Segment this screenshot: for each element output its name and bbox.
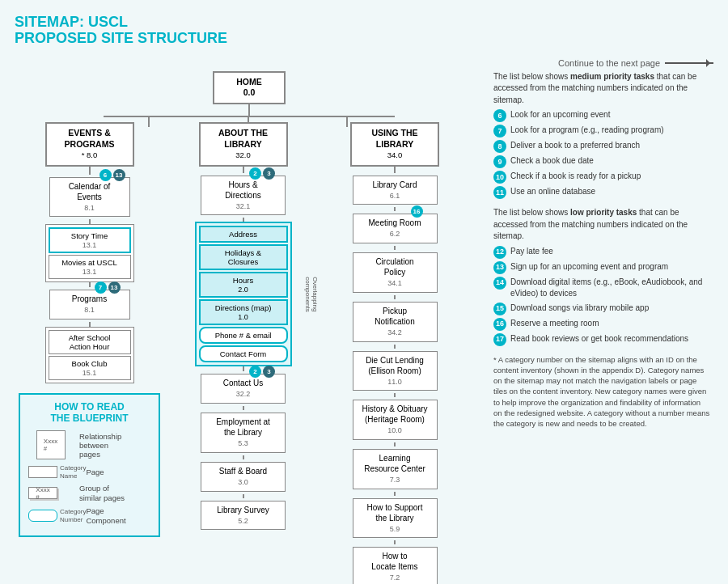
- title-line1: SITEMAP: USCL: [15, 15, 713, 31]
- col-using-library: USING THELIBRARY34.0 Library Card6.1 Mee…: [322, 122, 468, 584]
- programs-box: Programs8.1: [49, 290, 130, 320]
- col-about-library: ABOUT THELIBRARY32.0 Hours &Directions32…: [164, 122, 322, 532]
- library-survey-box: Library Survey5.2: [201, 501, 286, 531]
- hours-directions-box: Hours &Directions32.1: [201, 176, 286, 216]
- movies-uscl-box: Movies at USCL13.1: [49, 255, 131, 279]
- low-priority-intro: The list below shows low priority tasks …: [493, 207, 710, 243]
- col-events-programs: EVENTS &PROGRAMS* 8.0 Calendar ofEvents8…: [15, 122, 164, 537]
- medium-priority-intro: The list below shows medium priority tas…: [493, 71, 710, 107]
- home-box: HOME 0.0: [213, 71, 286, 104]
- low-priority-section: The list below shows low priority tasks …: [493, 207, 710, 346]
- story-movies-group: Story Time13.1 Movies at USCL13.1: [45, 224, 134, 282]
- die-cut-lending-box: Die Cut Lending(Ellison Room)11.0: [353, 351, 438, 391]
- address-box: Address: [199, 226, 288, 243]
- library-card-box: Library Card6.1: [353, 176, 438, 205]
- phone-email-box: Phone # & email: [199, 327, 288, 344]
- story-time-box: Story Time13.1: [49, 227, 131, 253]
- book-club-box: Book Club15.1: [49, 356, 131, 380]
- how-to-support-box: How to Supportthe Library5.9: [353, 498, 438, 539]
- overlapping-group: Address Holidays &Closures Hours2.0 Dire…: [195, 222, 292, 366]
- overlapping-label: Overlappingcomponents: [304, 277, 319, 312]
- legend-title: HOW TO READTHE BLUEPRINT: [28, 401, 150, 424]
- info-panel: The list below shows medium priority tas…: [490, 71, 713, 430]
- hours-box: Hours2.0: [199, 272, 288, 298]
- title-line2: PROPOSED SITE STRUCTURE: [15, 31, 713, 47]
- medium-priority-list: 6Look for an upcoming event 7Look for a …: [493, 109, 710, 199]
- holidays-closures-box: Holidays &Closures: [199, 244, 288, 270]
- after-school-box: After SchoolAction Hour: [49, 330, 131, 354]
- sitemap-area: HOME 0.0 EVENTS &PROGRAMS* 8.0: [15, 71, 484, 584]
- history-obituary-box: History & Obituary(Heritage Room)10.0: [353, 400, 438, 440]
- learning-resource-box: LearningResource Center7.3: [353, 449, 438, 489]
- using-library-header: USING THELIBRARY34.0: [350, 122, 439, 167]
- footnote: * A category number on the sitemap align…: [493, 354, 710, 430]
- pickup-notification-box: PickupNotification34.2: [353, 302, 438, 342]
- arrow-icon: [665, 62, 713, 64]
- directions-map-box: Directions (map)1.0: [199, 299, 288, 325]
- medium-priority-section: The list below shows medium priority tas…: [493, 71, 710, 200]
- calendar-events-box: Calendar ofEvents8.1: [49, 177, 130, 218]
- employment-box: Employment atthe Library5.3: [201, 413, 286, 453]
- circulation-policy-box: CirculationPolicy34.1: [353, 252, 438, 293]
- how-to-locate-box: How toLocate Items7.2: [353, 547, 438, 584]
- contact-form-box: Contact Form: [199, 345, 288, 362]
- low-priority-list: 12Pay late fee 13Sign up for an upcoming…: [493, 246, 710, 346]
- continue-label: Continue to the next page: [558, 58, 660, 68]
- legend-box: HOW TO READTHE BLUEPRINT Xxxx# Relations…: [19, 393, 160, 537]
- staff-board-box: Staff & Board3.0: [201, 462, 286, 492]
- meeting-room-box: Meeting Room6.2: [353, 214, 438, 243]
- events-programs-header: EVENTS &PROGRAMS* 8.0: [45, 122, 134, 167]
- about-library-header: ABOUT THELIBRARY32.0: [199, 122, 288, 167]
- after-school-group: After SchoolAction Hour Book Club15.1: [45, 327, 134, 383]
- page-title-block: SITEMAP: USCL PROPOSED SITE STRUCTURE: [15, 15, 713, 47]
- contact-us-box: Contact Us32.2: [201, 374, 286, 404]
